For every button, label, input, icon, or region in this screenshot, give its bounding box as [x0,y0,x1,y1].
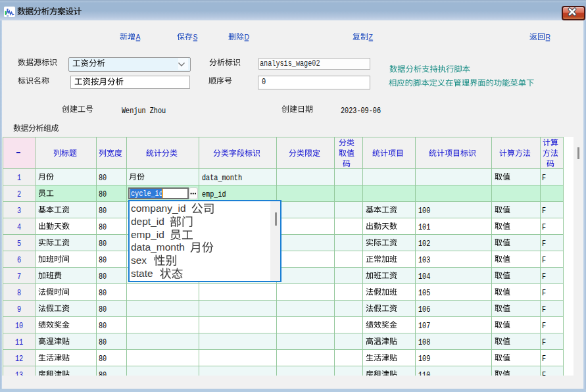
svg-text:state: state [131,268,153,279]
svg-text:emp_id: emp_id [131,229,164,240]
svg-text:sex: sex [131,255,147,266]
svg-text:Z: Z [369,33,374,41]
svg-text:data_month: data_month [131,242,185,253]
svg-text:company_id: company_id [131,203,186,214]
svg-text:dept_id: dept_id [131,216,164,227]
svg-text:A: A [136,33,141,41]
svg-text:S: S [193,33,198,41]
svg-text:D: D [245,33,250,41]
svg-text:R: R [546,33,551,41]
